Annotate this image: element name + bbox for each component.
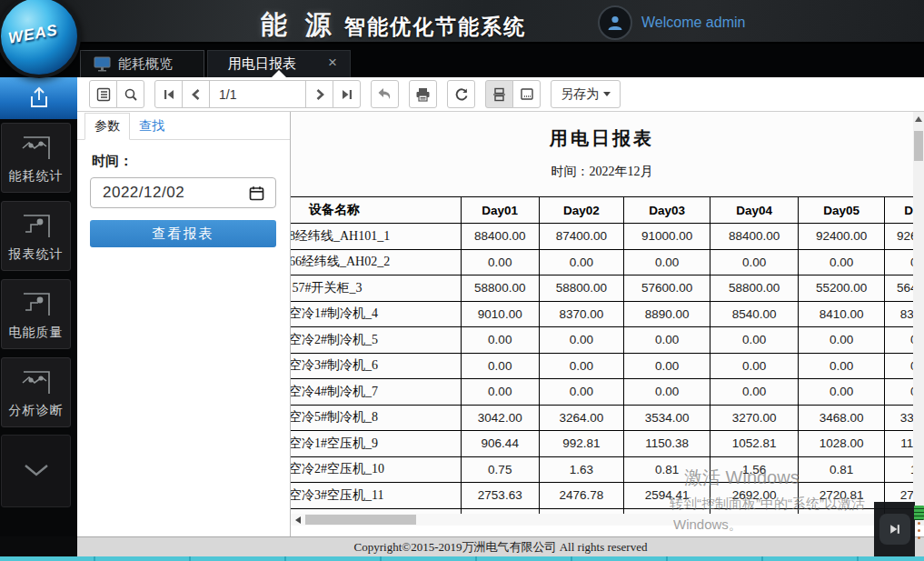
screen-overlay-panel[interactable] bbox=[874, 502, 915, 556]
value-cell: 92600.00 bbox=[885, 224, 913, 250]
value-cell: 0.00 bbox=[461, 353, 539, 379]
export-icon bbox=[25, 85, 53, 112]
report-title: 用电日报表 bbox=[291, 126, 913, 151]
single-page-view-button[interactable] bbox=[512, 80, 541, 108]
refresh-button[interactable] bbox=[447, 80, 475, 108]
vertical-scrollbar[interactable] bbox=[913, 112, 924, 526]
value-cell: 58800.00 bbox=[710, 275, 799, 302]
tab-parameters[interactable]: 参数 bbox=[84, 113, 130, 140]
value-cell: 88400.00 bbox=[461, 224, 539, 250]
horizontal-scrollbar[interactable] bbox=[291, 514, 913, 526]
value-cell: 0.00 bbox=[710, 249, 799, 275]
value-cell: 0.00 bbox=[885, 353, 913, 379]
skip-next-icon bbox=[888, 522, 902, 536]
sidebar-item-energy-stats[interactable]: 能耗统计 bbox=[1, 123, 71, 193]
value-cell: 0.00 bbox=[798, 249, 884, 275]
sidebar-collapse[interactable] bbox=[1, 435, 71, 507]
scroll-left-icon[interactable] bbox=[293, 514, 303, 526]
prev-page-button[interactable] bbox=[182, 80, 210, 108]
scroll-up-icon[interactable] bbox=[913, 114, 924, 125]
column-header: Day05 bbox=[798, 197, 884, 224]
tab-bar: 能耗概览 用电日报表 × bbox=[0, 44, 924, 77]
value-cell: 0.00 bbox=[885, 379, 913, 406]
value-cell: 3534.00 bbox=[623, 405, 710, 431]
value-cell: 0.00 bbox=[539, 327, 623, 354]
value-cell: 0.00 bbox=[461, 249, 539, 275]
device-name-cell: 空冷4#制冷机_7 bbox=[291, 379, 461, 406]
monitor-icon bbox=[94, 56, 111, 72]
report-table-body: 8经纬线_AH101_188400.0087400.0091000.008840… bbox=[291, 224, 913, 526]
next-page-icon bbox=[313, 88, 326, 101]
column-header: Day06 bbox=[885, 197, 913, 224]
sidebar-item-power-quality[interactable]: 电能质量 bbox=[1, 279, 71, 349]
save-as-button[interactable]: 另存为 bbox=[551, 80, 621, 108]
continuous-view-button[interactable] bbox=[485, 80, 513, 108]
value-cell: 0.00 bbox=[623, 249, 710, 275]
avatar[interactable] bbox=[598, 5, 632, 40]
analysis-chart-icon bbox=[18, 366, 55, 397]
search-button[interactable] bbox=[116, 80, 144, 108]
first-page-button[interactable] bbox=[154, 80, 183, 108]
value-cell: 1028.00 bbox=[798, 431, 884, 457]
table-row: 空冷3#空压机_112753.632476.782594.412692.0027… bbox=[291, 483, 913, 509]
overflow-dots-icon[interactable] bbox=[918, 522, 920, 539]
sidebar-item-report-stats[interactable]: 报表统计 bbox=[1, 201, 71, 271]
app-title: 能 源智能优化节能系统 bbox=[261, 7, 526, 44]
horizontal-scrollbar-thumb[interactable] bbox=[305, 515, 416, 525]
next-page-button[interactable] bbox=[305, 80, 333, 108]
device-name-cell: 空冷3#空压机_11 bbox=[291, 483, 461, 509]
report-viewport: 用电日报表 时间：2022年12月 设备名称 Day01 Day02 Day03… bbox=[291, 112, 913, 526]
toc-icon bbox=[96, 87, 111, 102]
report-chart-icon bbox=[18, 210, 55, 241]
table-row: 8经纬线_AH101_188400.0087400.0091000.008840… bbox=[291, 224, 913, 250]
value-cell: 8370.00 bbox=[539, 301, 623, 327]
value-cell: 2720.81 bbox=[798, 483, 884, 509]
value-cell: 55200.00 bbox=[798, 275, 884, 302]
sidebar-item-analysis[interactable]: 分析诊断 bbox=[1, 357, 71, 427]
table-header-row: 设备名称 Day01 Day02 Day03 Day04 Day05 Day06… bbox=[291, 197, 913, 224]
sidebar-item-label: 报表统计 bbox=[9, 246, 64, 263]
column-header: Day04 bbox=[710, 197, 799, 224]
value-cell: 0.00 bbox=[539, 249, 623, 275]
tab-search[interactable]: 查找 bbox=[130, 114, 174, 139]
vertical-scrollbar-thumb[interactable] bbox=[914, 131, 923, 161]
printer-icon bbox=[415, 87, 431, 102]
welcome-label: Welcome admin bbox=[641, 15, 745, 31]
back-button[interactable] bbox=[371, 80, 399, 108]
skip-next-button[interactable] bbox=[879, 514, 910, 545]
tab-power-daily-report[interactable]: 用电日报表 × bbox=[207, 50, 351, 77]
value-cell: 0.81 bbox=[798, 456, 884, 483]
close-icon[interactable]: × bbox=[328, 55, 337, 70]
calendar-icon[interactable] bbox=[249, 185, 264, 201]
sidebar-footer bbox=[0, 536, 77, 556]
last-page-button[interactable] bbox=[333, 80, 361, 108]
weas-logo-text: WEAS bbox=[7, 21, 60, 47]
value-cell: 0.00 bbox=[461, 379, 539, 406]
toc-button[interactable] bbox=[89, 80, 117, 108]
device-name-cell: 空冷5#制冷机_8 bbox=[291, 405, 461, 431]
line-chart-icon bbox=[18, 132, 55, 163]
value-cell: 0.00 bbox=[539, 353, 623, 379]
date-input[interactable]: 2022/12/02 bbox=[90, 177, 276, 208]
print-button[interactable] bbox=[409, 80, 437, 108]
parameters-panel: 参数 查找 时间： 2022/12/02 查看报表 bbox=[77, 112, 291, 536]
value-cell: 88400.00 bbox=[710, 224, 799, 250]
value-cell: 0.00 bbox=[539, 379, 623, 406]
value-cell: 0.81 bbox=[623, 456, 710, 483]
tab-energy-overview[interactable]: 能耗概览 bbox=[80, 50, 204, 77]
page-indicator-input[interactable] bbox=[209, 80, 306, 108]
device-name-cell: 空冷2#制冷机_5 bbox=[291, 327, 461, 354]
value-cell: 1052.81 bbox=[710, 431, 799, 457]
table-row: 空冷3#制冷机_60.000.000.000.000.000.000 bbox=[291, 353, 913, 379]
welcome-area[interactable]: Welcome admin bbox=[598, 5, 745, 40]
save-as-label: 另存为 bbox=[561, 86, 599, 103]
value-cell: 3042.00 bbox=[461, 405, 539, 431]
caret-down-icon bbox=[603, 92, 611, 96]
view-report-button[interactable]: 查看报表 bbox=[90, 220, 276, 247]
value-cell: 0.00 bbox=[623, 327, 710, 354]
value-cell: 0.00 bbox=[710, 379, 799, 406]
sidebar-item-export[interactable] bbox=[0, 77, 77, 119]
device-name-cell: 8经纬线_AH101_1 bbox=[291, 224, 461, 250]
column-header-device-name: 设备名称 bbox=[291, 197, 461, 224]
copyright-text: Copyright©2015-2019万洲电气有限公司 All rights r… bbox=[354, 539, 648, 556]
